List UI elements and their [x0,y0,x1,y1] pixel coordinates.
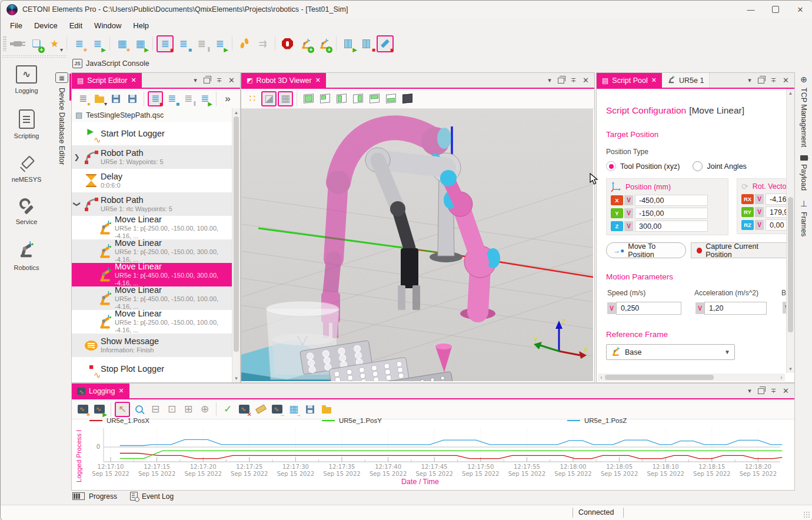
toolbar-grip[interactable] [3,36,6,51]
event-log-tab[interactable]: Event Log [130,492,174,501]
view-iso-icon[interactable] [400,91,415,106]
script-step-delay[interactable]: Delay0:0:6:0 [72,169,232,192]
scroll-thumb[interactable] [788,197,793,332]
emergency-stop-icon[interactable] [279,35,296,52]
script-pool-hscrollbar[interactable]: ‹ › [598,374,785,381]
tab-ur5e-1[interactable]: UR5e 1 [662,73,710,88]
script-start-icon[interactable]: ≣▶ [89,35,106,52]
tab-script-editor[interactable]: ▤ Script Editor ✕ [72,73,142,88]
value-ry[interactable]: 179,95 [766,206,787,218]
variable-badge[interactable]: V [755,207,764,217]
skip-script-icon[interactable]: ≣■ [164,91,179,106]
view-bottom-icon[interactable] [383,91,398,106]
value-rx[interactable]: -4,16 [766,194,787,205]
speed-field[interactable]: V 0,250 [606,302,681,315]
tab-menu-icon[interactable]: ▾ [748,387,751,395]
script-pool-scrollbar[interactable]: ▲ ▼ [786,89,794,373]
sidebar-item-robotics[interactable]: Robotics [1,232,52,278]
value-rz[interactable]: 0,00 [766,219,787,231]
dosing-unit-stop-icon[interactable]: ■ [377,35,394,52]
clear-log-icon[interactable]: ✕ [237,402,252,417]
float-panel-icon[interactable] [758,388,764,394]
sidebar-item-logging[interactable]: ∿Logging [1,57,52,101]
tab-menu-icon[interactable]: ▾ [748,76,751,84]
dosing-start-icon[interactable]: ▶ [340,35,357,52]
script-config-icon[interactable]: ≣∗ [71,35,88,52]
robot-3d-scene[interactable]: Z Y X [241,109,593,381]
tab-close-icon[interactable]: ✕ [651,76,657,84]
variable-badge[interactable]: V [695,302,704,314]
view-left-icon[interactable] [334,91,349,106]
script-step-move-linear[interactable]: Move LinearUR5e 1: p[-450.00, -150.00, 1… [72,286,232,310]
speed-input[interactable]: 0,250 [616,302,681,315]
maximize-button[interactable] [763,1,788,18]
tab-close-icon[interactable]: ✕ [119,387,124,395]
sidebar-item-nemesys[interactable]: neMESYS [1,146,52,190]
menu-window[interactable]: Window [88,19,127,32]
scroll-down-icon[interactable]: ▼ [788,365,793,373]
menu-help[interactable]: Help [127,19,155,32]
scroll-thumb[interactable] [605,375,714,380]
floor-grid-icon[interactable]: ▦ [278,91,293,106]
zoom-x-icon[interactable]: ⊟ [148,402,163,417]
resize-grip[interactable] [803,511,810,518]
logger-start-icon[interactable]: ▶ [92,402,107,417]
float-panel-icon[interactable] [204,78,210,84]
logger-settings-icon[interactable]: ∗ [75,402,91,417]
acceleration-input[interactable]: 1,20 [704,302,767,315]
progress-tab[interactable]: Progress [72,492,117,501]
pan-tool-icon[interactable]: ↖ [115,402,130,417]
script-step-start-plot-logger[interactable]: ▶Start Plot Logger [72,122,232,145]
tab-logging[interactable]: Logging ✕ [72,384,129,398]
add-robot-icon[interactable]: + [297,35,314,52]
minimize-button[interactable]: — [738,1,763,18]
save-log-icon[interactable] [302,402,318,417]
eraser-icon[interactable] [253,402,268,417]
save-script-icon[interactable] [108,91,124,106]
save-script-as-icon[interactable] [125,91,140,106]
right-tab-frames[interactable]: ⊥Frames [800,199,808,236]
pin-panel-icon[interactable]: ∓ [771,76,776,84]
tab-menu-icon[interactable]: ▾ [548,76,551,84]
reference-frame-select[interactable]: Base ▼ [606,344,735,360]
value-x[interactable]: -450,00 [635,195,708,206]
add-robot-axis-icon[interactable]: + [315,35,332,52]
new-step-icon[interactable]: ≣● [75,91,91,106]
close-panel-icon[interactable]: ✕ [228,76,235,85]
close-button[interactable]: ✕ [788,1,812,18]
add-project-icon[interactable]: ❏+ [28,35,45,52]
origin-markers-icon[interactable]: ∷ [245,91,260,106]
value-y[interactable]: -150,00 [635,208,708,219]
open-log-icon[interactable] [319,402,334,417]
zoom-y-icon[interactable]: ⊡ [164,402,179,417]
dosing-stop-icon[interactable]: ■ [358,35,375,52]
single-step-icon[interactable] [236,35,253,52]
close-panel-icon[interactable]: ✕ [783,76,789,85]
apply-icon[interactable]: ✓ [220,402,235,417]
float-panel-icon[interactable] [558,78,564,84]
scroll-left-icon[interactable]: ‹ [598,374,605,381]
view-back-icon[interactable] [317,91,332,106]
script-stop-icon[interactable]: ≣■ [157,35,174,52]
float-panel-icon[interactable] [758,78,764,84]
view-right-icon[interactable] [350,91,365,106]
sidebar-item-scripting[interactable]: Scripting [1,101,52,146]
script-step-stop-plot-logger[interactable]: ■Stop Plot Logger [72,357,232,381]
script-pause-icon[interactable]: ≣‖ [193,35,210,52]
sidebar-item-service[interactable]: Service [1,190,52,232]
tab-close-icon[interactable]: ✕ [315,76,321,84]
zoom-box-icon[interactable]: ⊞ [181,402,196,417]
variable-badge[interactable]: V [607,302,616,314]
script-skip-icon[interactable]: ≣■ [175,35,192,52]
scroll-right-icon[interactable]: › [778,374,785,381]
ground-plane-icon[interactable]: ◪ [261,91,277,106]
tab-menu-icon[interactable]: ▾ [194,76,197,84]
log-chart[interactable]: 12:17:10Sep 15 202212:17:15Sep 15 202212… [86,427,783,479]
expander-expanded-icon[interactable]: ❯ [73,199,81,209]
scroll-thumb[interactable] [234,116,239,352]
menu-file[interactable]: File [4,19,28,32]
script-editor-scrollbar[interactable]: ▲ ▼ [232,108,240,382]
close-panel-icon[interactable]: ✕ [583,76,589,85]
script-step-move-linear[interactable]: Move LinearUR5e 1: p[-250.00, -150.00, 1… [72,310,232,334]
capture-current-position-button[interactable]: Capture Current Position [691,242,787,258]
